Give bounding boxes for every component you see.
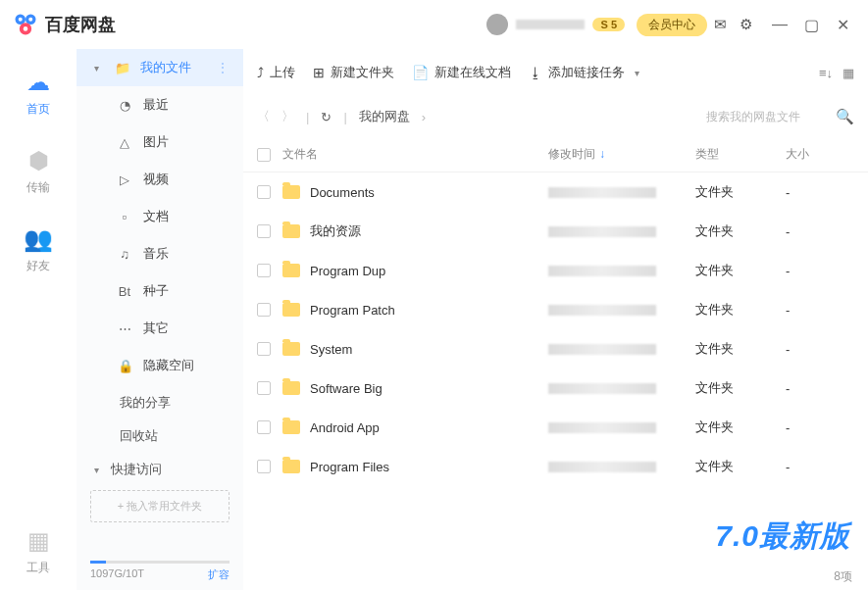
chevron-down-icon: ▾ xyxy=(94,465,99,475)
row-checkbox[interactable] xyxy=(257,342,271,356)
sidebar-icon: Bt xyxy=(118,284,131,299)
sidebar-item-6[interactable]: Bt种子 xyxy=(77,272,243,310)
col-size[interactable]: 大小 xyxy=(786,146,854,163)
rail-transfer[interactable]: ⬢ 传输 xyxy=(26,147,50,196)
breadcrumb-root[interactable]: 我的网盘 xyxy=(359,108,410,125)
table-row[interactable]: System文件夹- xyxy=(243,329,868,369)
content-area: ⤴上传 ⊞新建文件夹 📄新建在线文档 ⭳添加链接任务▾ ≡↓ ▦ 〈 〉 | ↻… xyxy=(243,49,868,590)
file-size: - xyxy=(786,460,854,474)
mail-icon[interactable]: ✉ xyxy=(707,12,733,37)
upload-icon: ⤴ xyxy=(257,65,264,80)
coin-badge[interactable]: S 5 xyxy=(592,18,625,31)
vip-center-button[interactable]: 会员中心 xyxy=(637,14,707,36)
sidebar: ▾📁我的文件⋮◔最近△图片▷视频▫文档♫音乐Bt种子⋯其它🔒隐藏空间 我的分享 … xyxy=(77,49,243,590)
sidebar-item-label: 我的文件 xyxy=(140,59,191,76)
add-link-button[interactable]: ⭳添加链接任务▾ xyxy=(529,64,643,81)
file-type: 文件夹 xyxy=(695,418,786,436)
forward-button[interactable]: 〉 xyxy=(281,108,294,125)
col-type[interactable]: 类型 xyxy=(695,146,786,163)
sidebar-recycle[interactable]: 回收站 xyxy=(77,418,243,451)
sidebar-item-7[interactable]: ⋯其它 xyxy=(77,310,243,347)
chevron-down-icon: ▾ xyxy=(94,63,99,74)
select-all-checkbox[interactable] xyxy=(257,148,271,162)
row-checkbox[interactable] xyxy=(257,381,271,395)
sidebar-item-2[interactable]: △图片 xyxy=(77,123,243,161)
table-row[interactable]: Android App文件夹- xyxy=(243,408,868,447)
sidebar-item-label: 种子 xyxy=(143,282,169,300)
sort-desc-icon: ↓ xyxy=(599,147,605,161)
file-type: 文件夹 xyxy=(695,262,786,279)
row-checkbox[interactable] xyxy=(257,460,271,473)
refresh-button[interactable]: ↻ xyxy=(321,110,332,124)
search-icon[interactable]: 🔍 xyxy=(836,108,854,125)
row-checkbox[interactable] xyxy=(257,303,271,317)
rail-friends[interactable]: 👥 好友 xyxy=(24,225,53,274)
file-type: 文件夹 xyxy=(695,222,786,240)
maximize-button[interactable]: ▢ xyxy=(797,11,825,38)
folder-icon xyxy=(282,420,300,434)
sidebar-my-share[interactable]: 我的分享 xyxy=(77,384,243,418)
friends-icon: 👥 xyxy=(24,225,53,253)
sidebar-item-3[interactable]: ▷视频 xyxy=(77,161,243,198)
sidebar-item-0[interactable]: ▾📁我的文件⋮ xyxy=(77,49,243,86)
settings-icon[interactable]: ⚙ xyxy=(733,12,758,37)
file-size: - xyxy=(786,303,854,318)
col-date[interactable]: 修改时间↓ xyxy=(548,146,695,163)
app-logo: 百度网盘 xyxy=(12,11,116,38)
file-date xyxy=(548,187,656,198)
file-type: 文件夹 xyxy=(695,301,786,319)
sidebar-item-5[interactable]: ♫音乐 xyxy=(77,235,243,272)
sidebar-item-label: 其它 xyxy=(143,320,169,337)
sidebar-icon: 📁 xyxy=(115,61,128,75)
folder-icon xyxy=(282,224,300,238)
folder-icon xyxy=(282,460,300,473)
file-date xyxy=(548,422,656,433)
sidebar-item-4[interactable]: ▫文档 xyxy=(77,198,243,235)
storage-expand-link[interactable]: 扩容 xyxy=(208,567,230,582)
minimize-button[interactable]: ― xyxy=(766,11,793,38)
rail-tools[interactable]: ▦ 工具 xyxy=(26,527,50,576)
col-name[interactable]: 文件名 xyxy=(282,146,548,163)
row-checkbox[interactable] xyxy=(257,224,271,238)
new-doc-button[interactable]: 📄新建在线文档 xyxy=(412,64,511,81)
sidebar-icon: ⋯ xyxy=(118,321,131,336)
upload-button[interactable]: ⤴上传 xyxy=(257,64,295,81)
grid-view-icon[interactable]: ▦ xyxy=(842,66,854,80)
rail-home[interactable]: ☁ 首页 xyxy=(26,69,50,118)
close-button[interactable]: ✕ xyxy=(829,11,856,38)
sidebar-item-8[interactable]: 🔒隐藏空间 xyxy=(77,347,243,384)
new-folder-button[interactable]: ⊞新建文件夹 xyxy=(313,64,394,81)
sidebar-item-label: 隐藏空间 xyxy=(143,357,194,374)
svg-point-5 xyxy=(24,26,28,31)
row-checkbox[interactable] xyxy=(257,185,271,199)
file-name: Software Big xyxy=(310,381,383,396)
file-name: Program Patch xyxy=(310,303,395,318)
file-name: Program Files xyxy=(310,460,389,474)
table-row[interactable]: Program Patch文件夹- xyxy=(243,290,868,329)
row-checkbox[interactable] xyxy=(257,420,271,434)
row-checkbox[interactable] xyxy=(257,264,271,277)
table-row[interactable]: Documents文件夹- xyxy=(243,172,868,212)
table-row[interactable]: 我的资源文件夹- xyxy=(243,212,868,251)
sidebar-item-1[interactable]: ◔最近 xyxy=(77,86,243,123)
avatar[interactable] xyxy=(486,14,508,35)
folder-icon xyxy=(282,303,300,317)
more-icon[interactable]: ⋮ xyxy=(216,60,230,75)
sort-icon[interactable]: ≡↓ xyxy=(819,66,833,80)
table-row[interactable]: Software Big文件夹- xyxy=(243,369,868,408)
status-bar: 8项 xyxy=(243,563,868,590)
sidebar-quick-access[interactable]: ▾快捷访问 xyxy=(77,451,243,484)
user-area[interactable]: S 5 xyxy=(486,14,625,35)
search-input[interactable] xyxy=(706,110,824,123)
table-row[interactable]: Program Dup文件夹- xyxy=(243,251,868,290)
folder-icon xyxy=(282,264,300,277)
back-button[interactable]: 〈 xyxy=(257,108,270,125)
tools-icon: ▦ xyxy=(27,527,50,555)
search-box[interactable]: 🔍 xyxy=(706,108,854,125)
folder-icon xyxy=(282,185,300,199)
storage-bar xyxy=(90,561,230,564)
file-size: - xyxy=(786,224,854,239)
table-row[interactable]: Program Files文件夹- xyxy=(243,447,868,486)
username xyxy=(516,20,585,29)
drop-zone[interactable]: + 拖入常用文件夹 xyxy=(90,490,230,522)
